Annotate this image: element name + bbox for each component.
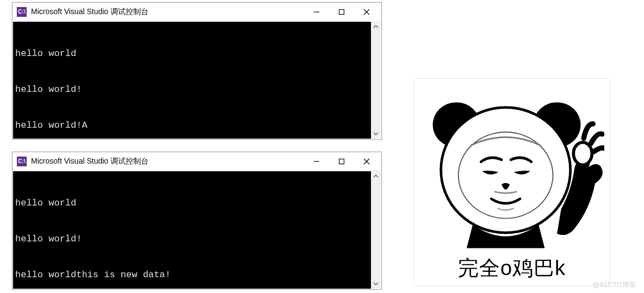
maximize-button[interactable] xyxy=(329,153,354,170)
panda-face-ok-gesture-icon xyxy=(419,84,604,252)
scroll-down-icon[interactable] xyxy=(371,129,381,139)
scroll-track[interactable] xyxy=(371,181,381,279)
output-line: hello worldthis is new data! xyxy=(15,269,377,281)
watermark: @51CTO博客 xyxy=(592,280,636,290)
meme-caption: 完全o鸡巴k xyxy=(458,254,566,282)
close-button[interactable] xyxy=(354,153,379,170)
maximize-button[interactable] xyxy=(329,3,354,21)
window-title-bottom: Microsoft Visual Studio 调试控制台 xyxy=(31,157,304,166)
scroll-up-icon[interactable] xyxy=(371,22,381,32)
console-window-bottom: C:\ Microsoft Visual Studio 调试控制台 hello … xyxy=(12,152,382,290)
meme-panel: 完全o鸡巴k xyxy=(413,78,610,286)
output-line: hello world! xyxy=(15,84,377,96)
console-body-bottom[interactable]: hello world hello world! hello worldthis… xyxy=(13,171,381,289)
close-button[interactable] xyxy=(354,3,379,21)
titlebar-top[interactable]: C:\ Microsoft Visual Studio 调试控制台 xyxy=(13,3,381,21)
scrollbar-bottom[interactable] xyxy=(371,171,381,289)
svg-rect-5 xyxy=(339,159,344,164)
scroll-track[interactable] xyxy=(371,32,381,129)
output-line: hello world!A xyxy=(15,120,377,132)
scroll-down-icon[interactable] xyxy=(371,279,381,289)
output-line: hello world xyxy=(15,48,377,60)
scroll-up-icon[interactable] xyxy=(371,171,381,181)
output-line: hello world! xyxy=(15,233,377,245)
window-title-top: Microsoft Visual Studio 调试控制台 xyxy=(31,7,304,17)
titlebar-bottom[interactable]: C:\ Microsoft Visual Studio 调试控制台 xyxy=(13,152,381,171)
console-body-top[interactable]: hello world hello world! hello world!A D… xyxy=(13,22,381,139)
scrollbar-top[interactable] xyxy=(371,22,381,139)
svg-point-12 xyxy=(573,142,592,165)
window-controls-bottom xyxy=(304,153,379,170)
minimize-button[interactable] xyxy=(304,153,329,170)
vs-console-icon: C:\ xyxy=(17,157,27,166)
window-controls-top xyxy=(304,3,379,21)
minimize-button[interactable] xyxy=(304,3,329,21)
output-line: hello world xyxy=(15,197,377,209)
svg-rect-1 xyxy=(339,9,344,14)
vs-console-icon: C:\ xyxy=(17,7,27,17)
console-window-top: C:\ Microsoft Visual Studio 调试控制台 hello … xyxy=(12,2,382,140)
